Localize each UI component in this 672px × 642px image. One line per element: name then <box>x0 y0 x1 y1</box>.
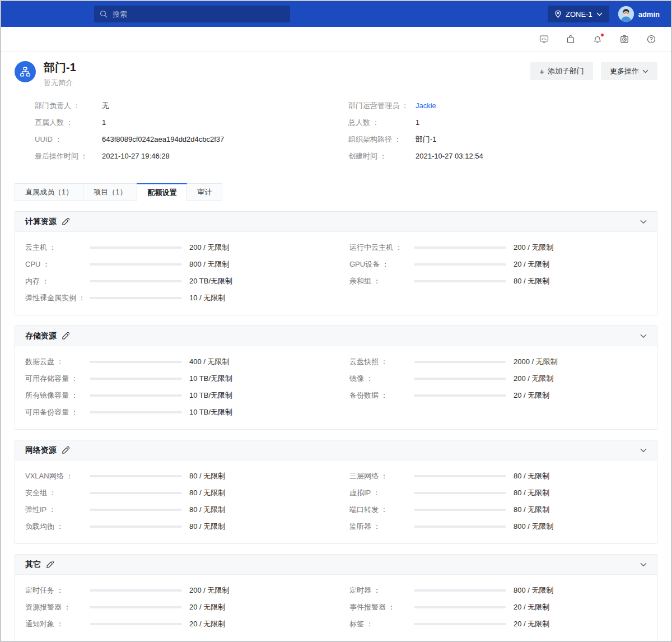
resource-package-icon[interactable] <box>566 34 576 44</box>
quota-progress-bar <box>90 246 182 249</box>
section-header: 计算资源 <box>15 212 657 232</box>
edit-pencil-icon[interactable] <box>62 332 69 340</box>
quota-value: 200 / 无限制 <box>514 374 554 384</box>
quota-row: 内存 ： 20 TB/无限制 <box>25 273 323 290</box>
help-icon[interactable] <box>646 34 656 44</box>
collapse-chevron-icon[interactable] <box>640 448 647 453</box>
location-pin-icon <box>554 10 562 18</box>
quota-row: GPU设备 ： 20 / 无限制 <box>349 256 647 273</box>
quota-row: 弹性裸金属实例 ： 10 / 无限制 <box>25 290 323 306</box>
quota-label: 镜像 ： <box>349 374 414 384</box>
info-row: 部门负责人 ： 无 <box>35 101 348 110</box>
info-value: 2021-10-27 19:46:28 <box>102 152 170 161</box>
info-value-link[interactable]: Jackie <box>416 101 436 110</box>
quota-progress-bar <box>414 606 506 608</box>
global-search[interactable] <box>94 6 290 22</box>
quota-progress-bar <box>414 263 506 266</box>
edit-pencil-icon[interactable] <box>62 218 69 226</box>
section-title: 计算资源 <box>25 217 57 227</box>
quota-row: 定时任务 ： 200 / 无限制 <box>25 582 323 599</box>
quota-col-right: 运行中云主机 ： 200 / 无限制 GPU设备 ： 20 / 无限制 亲和组 … <box>349 239 647 306</box>
quota-row: 三层网络 ： 80 / 无限制 <box>349 468 647 485</box>
tab-members[interactable]: 直属成员（1） <box>15 183 83 201</box>
tab-projects[interactable]: 项目（1） <box>83 183 137 201</box>
section-header: 网络资源 <box>15 440 657 460</box>
quota-value: 80 / 无限制 <box>514 488 549 498</box>
quota-value: 20 / 无限制 <box>514 619 549 629</box>
quota-label: 云盘快照 ： <box>349 357 414 367</box>
quota-progress-bar <box>414 280 506 282</box>
quota-label: 标签 ： <box>349 619 414 629</box>
info-value: 643f8089cf0242aea194dd2d4cbc2f37 <box>102 135 224 144</box>
edit-pencil-icon[interactable] <box>46 561 54 569</box>
quota-row: 运行中云主机 ： 200 / 无限制 <box>349 239 647 256</box>
quota-row: 亲和组 ： 80 / 无限制 <box>349 273 647 290</box>
topbar-right: ZONE-1 admin <box>548 6 663 22</box>
add-sub-department-button[interactable]: + 添加子部门 <box>530 62 593 80</box>
quota-col-left: 云主机 ： 200 / 无限制 CPU ： 800 / 无限制 内存 ： 20 … <box>25 239 323 306</box>
quota-row: 云主机 ： 200 / 无限制 <box>25 239 323 256</box>
quota-progress-bar <box>90 297 182 299</box>
quota-progress-bar <box>90 589 182 592</box>
tab-quota[interactable]: 配额设置 <box>137 183 187 201</box>
quota-progress-bar <box>414 475 506 477</box>
username-label: admin <box>638 10 660 18</box>
info-value: 无 <box>102 101 109 110</box>
quota-label: 资源报警器 ： <box>25 602 90 612</box>
quota-value: 20 / 无限制 <box>514 259 549 269</box>
quota-label: 通知对象 ： <box>25 619 90 629</box>
quota-value: 10 TB/无限制 <box>189 390 232 401</box>
quota-value: 200 / 无限制 <box>514 243 554 253</box>
section-header: 存储资源 <box>15 326 657 346</box>
quota-row: 可用备份容量 ： 10 TB/无限制 <box>25 404 323 421</box>
info-row: 总人数 ： 1 <box>348 118 657 127</box>
quota-progress-bar <box>90 361 182 363</box>
department-info: 部门负责人 ： 无 直属人数 ： 1 UUID ： 643f8089cf0242… <box>35 101 657 169</box>
collapse-chevron-icon[interactable] <box>640 334 647 338</box>
quota-label: 端口转发 ： <box>349 505 414 515</box>
quota-progress-bar <box>90 394 182 397</box>
quota-label: 事件报警器 ： <box>349 602 414 612</box>
section-title: 其它 <box>25 560 41 570</box>
quota-value: 80 / 无限制 <box>189 522 225 532</box>
quota-value: 400 / 无限制 <box>189 357 230 367</box>
page-subtitle: 暂无简介 <box>44 78 76 88</box>
notification-bell-icon[interactable] <box>592 34 603 44</box>
quota-label: 可用存储容量 ： <box>25 374 90 384</box>
quota-label: 所有镜像容量 ： <box>25 390 90 401</box>
quota-label: 安全组 ： <box>25 488 90 498</box>
collapse-chevron-icon[interactable] <box>640 220 647 224</box>
user-menu[interactable]: admin <box>618 6 663 22</box>
info-label: 创建时间 ： <box>348 152 416 161</box>
zone-selector[interactable]: ZONE-1 <box>548 6 609 22</box>
section-header: 其它 <box>15 555 657 575</box>
quota-col-right: 定时器 ： 800 / 无限制 事件报警器 ： 20 / 无限制 标签 ： 20… <box>349 582 647 632</box>
operation-history-icon[interactable] <box>619 34 629 44</box>
info-row: 创建时间 ： 2021-10-27 03:12:54 <box>348 152 657 161</box>
quota-label: 内存 ： <box>25 276 90 286</box>
section-body: 数据云盘 ： 400 / 无限制 可用存储容量 ： 10 TB/无限制 所有镜像… <box>15 346 657 429</box>
edit-pencil-icon[interactable] <box>62 446 69 454</box>
tab-audit[interactable]: 审计 <box>186 183 222 201</box>
page-title: 部门-1 <box>44 60 76 75</box>
search-input[interactable] <box>111 10 284 19</box>
quota-row: 标签 ： 20 / 无限制 <box>349 616 647 632</box>
quota-progress-bar <box>414 394 506 397</box>
more-actions-button[interactable]: 更多操作 <box>601 62 657 80</box>
info-row: 部门运营管理员 ： Jackie <box>348 101 657 110</box>
quota-row: VXLAN网络 ： 80 / 无限制 <box>25 468 323 485</box>
quota-value: 80 / 无限制 <box>189 471 225 481</box>
collapse-chevron-icon[interactable] <box>640 562 647 567</box>
section-body: VXLAN网络 ： 80 / 无限制 安全组 ： 80 / 无限制 弹性IP ：… <box>15 460 657 543</box>
quota-progress-bar <box>414 509 506 511</box>
quota-progress-bar <box>414 623 506 625</box>
quota-row: 可用存储容量 ： 10 TB/无限制 <box>25 370 323 387</box>
quota-value: 200 / 无限制 <box>189 243 230 253</box>
quota-value: 20 / 无限制 <box>514 390 549 401</box>
quota-label: GPU设备 ： <box>349 259 414 269</box>
info-col-right: 部门运营管理员 ： Jackie 总人数 ： 1 组织架构路径 ： 部门-1 创… <box>348 101 657 169</box>
info-row: UUID ： 643f8089cf0242aea194dd2d4cbc2f37 <box>35 135 348 144</box>
quota-row: CPU ： 800 / 无限制 <box>25 256 323 273</box>
console-monitor-icon[interactable] <box>539 34 549 44</box>
quota-progress-bar <box>90 263 182 266</box>
